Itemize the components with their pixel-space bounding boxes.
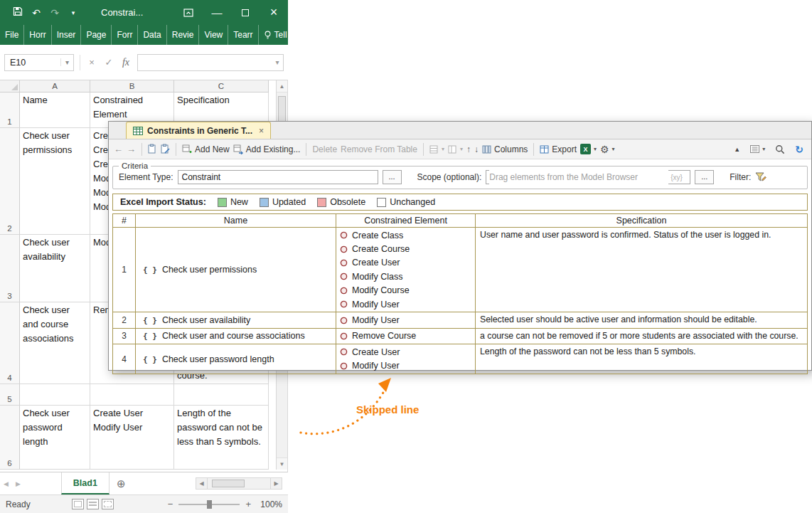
header-number[interactable]: # <box>113 214 136 228</box>
tab-team[interactable]: Tearr <box>228 25 258 45</box>
cell-b5[interactable] <box>90 384 174 406</box>
element-item[interactable]: Create User <box>338 256 474 270</box>
specification-cell[interactable]: Selected user should be active user and … <box>476 312 808 328</box>
row-options-icon[interactable]: ▾ <box>429 145 444 154</box>
undo-icon[interactable]: ↶ <box>27 7 46 18</box>
constrained-elements-cell[interactable]: Modify User <box>336 312 476 328</box>
element-item[interactable]: Modify User <box>338 297 474 311</box>
tab-formulas[interactable]: Forr <box>112 25 138 45</box>
element-item[interactable]: Create Class <box>338 228 474 242</box>
view-menu-button[interactable]: ▾ <box>750 145 765 153</box>
element-item[interactable]: Create Course <box>338 242 474 255</box>
row-header-3[interactable]: 3 <box>0 235 20 302</box>
scroll-right-icon[interactable]: ▶ <box>270 477 282 490</box>
horizontal-scrollbar-thumb[interactable] <box>212 480 245 487</box>
redo-icon[interactable]: ↷ <box>46 7 64 18</box>
sheet-nav-prev-icon[interactable]: ◀ <box>0 472 12 495</box>
move-down-icon[interactable]: ↓ <box>474 144 479 154</box>
forward-icon[interactable]: → <box>127 144 136 154</box>
name-box[interactable]: E10 ▾ <box>4 54 74 71</box>
cell-a4[interactable]: Check user and course associations <box>20 302 90 384</box>
element-item[interactable]: Modify User <box>338 359 474 373</box>
tell-me-tab[interactable]: Tell m <box>259 25 301 45</box>
tab-file[interactable]: File <box>0 25 24 45</box>
row-header-5[interactable]: 5 <box>0 384 20 406</box>
element-type-field[interactable] <box>178 170 378 184</box>
scroll-left-icon[interactable]: ◀ <box>196 477 208 490</box>
header-constrained-element[interactable]: Constrained Element <box>336 214 476 228</box>
zoom-slider[interactable] <box>178 504 240 505</box>
add-existing-button[interactable]: Add Existing... <box>233 144 301 154</box>
specification-cell[interactable]: a course can not be removed if 5 or more… <box>476 328 808 344</box>
zoom-out-icon[interactable]: − <box>168 499 173 509</box>
specification-cell[interactable]: User name and user password is confirmed… <box>476 228 808 312</box>
element-item[interactable]: Modify User <box>338 313 474 327</box>
row-number[interactable]: 2 <box>113 312 136 328</box>
save-icon[interactable] <box>9 6 27 18</box>
specification-cell[interactable]: Length of the password can not be less t… <box>476 344 808 374</box>
row-number[interactable]: 4 <box>113 344 136 374</box>
tab-close-icon[interactable]: × <box>259 126 264 136</box>
select-all-corner[interactable] <box>0 80 20 92</box>
column-header-c[interactable]: C <box>174 80 269 92</box>
move-up-icon[interactable]: ↑ <box>466 144 471 154</box>
zoom-in-icon[interactable]: + <box>245 499 251 509</box>
cell-a5[interactable] <box>20 384 90 406</box>
constraint-name-cell[interactable]: { }Check user and course associations <box>136 328 336 344</box>
normal-view-icon[interactable] <box>72 499 84 509</box>
delete-button[interactable]: Delete <box>312 144 337 154</box>
constrained-elements-cell[interactable]: Create User Modify User <box>336 344 476 374</box>
column-header-b[interactable]: B <box>90 80 174 92</box>
page-layout-view-icon[interactable] <box>87 499 99 509</box>
cell-a2[interactable]: Check user permissions <box>20 128 90 235</box>
element-item[interactable]: Remove Course <box>338 329 474 343</box>
row-header-1[interactable]: 1 <box>0 92 20 128</box>
cell-c5[interactable] <box>174 384 269 406</box>
tab-view[interactable]: View <box>199 25 228 45</box>
enter-icon[interactable]: ✓ <box>103 57 114 68</box>
group-options-icon[interactable]: ▾ <box>448 145 463 154</box>
scroll-down-icon[interactable]: ▼ <box>277 458 287 470</box>
row-header-2[interactable]: 2 <box>0 128 20 235</box>
sheet-nav-next-icon[interactable]: ▶ <box>12 472 24 495</box>
ribbon-more-icon[interactable]: › <box>301 25 313 45</box>
element-item[interactable]: Modify Class <box>338 270 474 283</box>
cancel-icon[interactable]: × <box>86 57 97 68</box>
collapse-icon[interactable]: ▲ <box>734 146 740 153</box>
scroll-up-icon[interactable]: ▲ <box>277 80 287 92</box>
close-button[interactable]: × <box>260 0 288 25</box>
element-item[interactable]: Modify Course <box>338 284 474 297</box>
add-new-button[interactable]: Add New <box>182 144 230 154</box>
formula-expand-icon[interactable]: ▾ <box>272 58 283 66</box>
row-number[interactable]: 3 <box>113 328 136 344</box>
new-sheet-icon[interactable]: ⊕ <box>109 472 133 495</box>
columns-button[interactable]: Columns <box>482 144 528 154</box>
cell-c6[interactable]: Length of the password can not be less t… <box>174 406 269 470</box>
search-icon[interactable] <box>775 144 785 154</box>
horizontal-scrollbar-track[interactable] <box>208 477 270 490</box>
row-header-6[interactable]: 6 <box>0 406 20 470</box>
header-name[interactable]: Name <box>136 214 336 228</box>
constraint-name-cell[interactable]: { }Check user password length <box>136 344 336 374</box>
export-button[interactable]: Export <box>540 144 577 154</box>
insert-function-icon[interactable]: fx <box>120 57 132 68</box>
element-item[interactable]: Create User <box>338 345 474 359</box>
copy-icon[interactable] <box>148 144 157 154</box>
constraint-name-cell[interactable]: { }Check user permissions <box>136 228 336 312</box>
page-break-view-icon[interactable] <box>102 499 114 509</box>
constraint-name-cell[interactable]: { }Check user availability <box>136 312 336 328</box>
cell-a6[interactable]: Check user password length <box>20 406 90 470</box>
header-specification[interactable]: Specification <box>476 214 808 228</box>
remove-from-table-button[interactable]: Remove From Table <box>341 144 417 154</box>
scope-field[interactable] <box>489 170 668 184</box>
constrained-elements-cell[interactable]: Remove Course <box>336 328 476 344</box>
quick-access-dropdown-icon[interactable]: ▾ <box>64 9 82 16</box>
minimize-button[interactable]: — <box>203 0 231 25</box>
cell-a1[interactable]: Name <box>20 92 90 128</box>
column-header-a[interactable]: A <box>20 80 90 92</box>
scope-browse-button[interactable]: ... <box>695 170 714 184</box>
sheet-tab-blad1[interactable]: Blad1 <box>61 472 109 495</box>
cell-b6[interactable]: Create User Modify User <box>90 406 174 470</box>
tab-review[interactable]: Revie <box>167 25 200 45</box>
zoom-slider-handle[interactable] <box>207 500 212 509</box>
